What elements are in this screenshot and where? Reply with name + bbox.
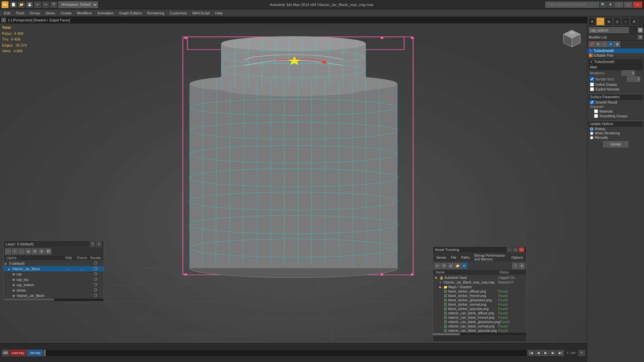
search-input[interactable] — [545, 2, 599, 8]
layer-hide-all-btn[interactable]: 👁 — [32, 248, 38, 254]
list-item[interactable]: 🖼 blank_sticker_fresnel.png Found — [433, 294, 526, 298]
object-name-input[interactable] — [589, 27, 629, 33]
search-options-btn[interactable]: ▼ — [607, 2, 614, 8]
asset-menu-file[interactable]: File — [449, 255, 458, 260]
list-item[interactable]: 🖼 vitamin_can_blank_glossiness.png Found — [433, 320, 526, 324]
list-item[interactable]: 🖼 blank_sticker_diffuse.png Found — [433, 289, 526, 294]
asset-list-view-btn[interactable]: ☰ — [441, 263, 447, 269]
manually-radio[interactable] — [590, 136, 593, 139]
explicit-normals-checkbox[interactable] — [590, 87, 594, 91]
asset-detail-view-btn[interactable]: ⊟ — [448, 263, 454, 269]
new-btn[interactable]: 📄 — [10, 2, 17, 8]
save-btn[interactable]: 💾 — [26, 2, 33, 8]
turbosmooth-section-title[interactable]: ▼ TurboSmooth — [589, 59, 643, 65]
layer-scrollbar[interactable] — [4, 299, 104, 301]
set-key-btn[interactable]: Set Key — [27, 350, 44, 356]
modifier-turbosmooth[interactable]: T TurboSmooth — [587, 48, 644, 53]
menu-group[interactable]: Group — [27, 10, 43, 16]
minimize-button[interactable]: − — [614, 2, 623, 8]
redo-btn[interactable]: ↪ — [42, 2, 49, 8]
app-icon[interactable]: 3ds — [1, 1, 9, 8]
asset-menu-options[interactable]: Options — [509, 255, 525, 260]
list-item[interactable]: ▸ 0 (default) --- --- — [4, 261, 104, 266]
search-button[interactable]: 🔍 — [600, 2, 606, 8]
list-item[interactable]: 🖼 vitamin_can_blank_specular.png Found — [433, 328, 526, 333]
display-icon[interactable]: □ — [622, 17, 630, 25]
list-item[interactable]: ◈ Vitamin_Jar_Blank_max_vray.max Network… — [433, 280, 526, 285]
surface-section-title[interactable]: Surface Parameters — [589, 95, 643, 100]
viewport-cube[interactable]: TOP — [560, 27, 584, 50]
list-item[interactable]: ◉ cap_top --- --- — [4, 277, 104, 282]
time-config-btn[interactable]: ⏱ — [578, 350, 585, 356]
go-end-btn[interactable]: ▶| — [557, 350, 564, 356]
list-item[interactable]: ◉ can --- --- — [4, 272, 104, 277]
menu-maxscript[interactable]: MAXScript — [190, 10, 213, 16]
create-icon[interactable]: ✦ — [588, 17, 596, 25]
modifier-list-dropdown-btn[interactable]: ▼ — [638, 35, 643, 40]
asset-menu-server[interactable]: Server — [434, 255, 448, 260]
always-radio[interactable] — [590, 127, 593, 131]
list-item[interactable]: ▶ 🔒 Autodesk Vault Logged Ou — [433, 275, 526, 280]
timeline[interactable] — [44, 350, 527, 356]
smoothing-groups-checkbox[interactable] — [594, 114, 598, 118]
list-item[interactable]: ◉ Vitamin_Jar_Blank --- --- — [4, 293, 104, 298]
auto-key-btn[interactable]: Auto Key — [9, 350, 26, 356]
render-iters-input[interactable] — [627, 76, 640, 82]
undo-btn[interactable]: ↩ — [34, 2, 41, 8]
mod-remove-btn[interactable]: 🗑 — [614, 41, 620, 47]
list-item[interactable]: 🖼 blank_sticker_glossiness.png Found — [433, 298, 526, 302]
menu-views[interactable]: Views — [43, 10, 58, 16]
menu-edit[interactable]: Edit — [1, 10, 13, 16]
viewport-plus-btn[interactable]: + — [1, 18, 6, 22]
key-filters-btn[interactable]: ⌨ — [2, 350, 9, 356]
play-btn[interactable]: ▶ — [542, 350, 549, 356]
viewport-area[interactable]: + [+] [Perspective] [Shaded + Edged Face… — [0, 17, 587, 362]
smooth-result-checkbox[interactable] — [590, 100, 594, 104]
color-swatch[interactable]: ■ — [638, 28, 643, 33]
layer-panel-close-btn[interactable]: × — [96, 241, 102, 247]
prev-frame-btn[interactable]: ◀ — [535, 350, 542, 356]
asset-close-btn[interactable]: × — [519, 247, 524, 252]
list-item[interactable]: 🖼 vitamin_can_blank_normal.png Found — [433, 324, 526, 328]
layer-delete-btn[interactable]: × — [12, 248, 18, 254]
mod-pin-btn[interactable]: 📌 — [589, 41, 595, 47]
render-setup-btn[interactable]: 🎬 — [50, 2, 57, 8]
menu-animation[interactable]: Animation — [95, 10, 116, 16]
layer-freeze-all-btn[interactable]: ❄ — [39, 248, 45, 254]
layer-select-objects-btn[interactable]: ◈ — [25, 248, 31, 254]
list-item[interactable]: ◉ cap_bottom --- --- — [4, 282, 104, 288]
menu-customize[interactable]: Customize — [167, 10, 190, 16]
menu-tools[interactable]: Tools — [13, 10, 27, 16]
menu-graph-editors[interactable]: Graph Editors — [116, 10, 145, 16]
render-iters-checkbox[interactable] — [590, 77, 594, 81]
hierarchy-icon[interactable]: ⊞ — [605, 17, 613, 25]
asset-scrollbar[interactable] — [433, 333, 526, 336]
list-item[interactable]: 🖼 vitamin_can_blank_fresnel.png Found — [433, 315, 526, 320]
open-btn[interactable]: 📂 — [18, 2, 25, 8]
list-item[interactable]: ▶ 📁 Maps / Shaders — [433, 285, 526, 289]
main-subsection-title[interactable]: Main — [589, 65, 643, 70]
list-item[interactable]: 🖼 blank_sticker_normal.png Found — [433, 302, 526, 307]
close-button[interactable]: × — [633, 2, 642, 8]
layer-panel-question-btn[interactable]: ? — [90, 241, 95, 247]
layer-add-selected-btn[interactable]: → — [18, 248, 24, 254]
asset-minimize-btn[interactable]: − — [507, 247, 512, 252]
materials-checkbox[interactable] — [594, 109, 598, 113]
menu-help[interactable]: Help — [213, 10, 226, 16]
update-button[interactable]: Update — [603, 141, 628, 147]
modify-icon[interactable]: 🔧 — [596, 17, 604, 25]
motion-icon[interactable]: ◎ — [613, 17, 621, 25]
asset-path-view-btn[interactable]: 📁 — [454, 263, 461, 269]
asset-menu-paths[interactable]: Paths — [459, 255, 472, 260]
workspace-selector[interactable]: Workspace: DefaultWorkspace: Default — [58, 1, 98, 8]
asset-help-btn[interactable]: ? — [512, 263, 518, 269]
menu-rendering[interactable]: Rendering — [145, 10, 167, 16]
mod-show-end-btn[interactable]: | — [601, 41, 607, 47]
iterations-input[interactable] — [622, 70, 635, 76]
mod-make-unique-btn[interactable]: ⊕ — [608, 41, 614, 47]
list-item[interactable]: 🖼 blank_sticker_specular.png Found — [433, 307, 526, 311]
list-item[interactable]: 🖼 vitamin_can_blank_diffuse.png Found — [433, 311, 526, 315]
isoline-checkbox[interactable] — [590, 82, 594, 86]
utilities-icon[interactable]: ⚙ — [630, 17, 638, 25]
modifier-editable-poly[interactable]: E Editable Poly — [587, 53, 644, 58]
